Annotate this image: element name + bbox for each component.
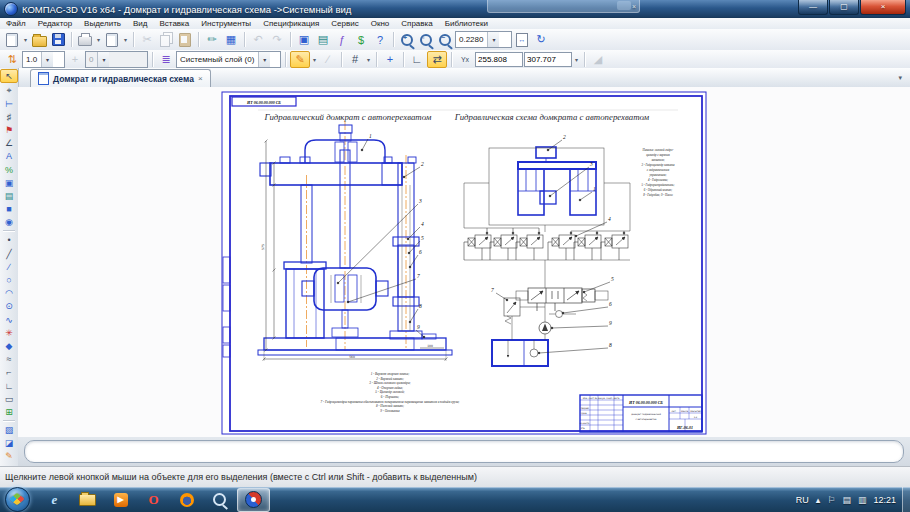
print-button[interactable] xyxy=(76,31,94,48)
new-document-button[interactable] xyxy=(3,31,21,48)
taskbar-kompas[interactable] xyxy=(237,488,270,512)
zoom-scale-caret[interactable]: ▾ xyxy=(487,32,499,47)
tolerance-button[interactable]: % xyxy=(1,164,17,176)
currency-button[interactable]: $ xyxy=(352,31,370,48)
aux-line-button[interactable]: ╱ xyxy=(1,248,17,260)
segment-tool-button[interactable]: ∕ xyxy=(1,261,17,273)
flag-designations-button[interactable]: ⚑ xyxy=(1,124,17,136)
layers-button[interactable]: ≣ xyxy=(157,52,175,67)
restore-button[interactable]: ▢ xyxy=(829,0,859,15)
circle-tool-button[interactable]: ○ xyxy=(1,274,17,286)
taskbar-firefox[interactable] xyxy=(171,489,202,511)
menu-service[interactable]: Сервис xyxy=(325,19,364,28)
tab-overflow-caret[interactable]: ▾ xyxy=(898,74,902,82)
angle-caret[interactable]: ▾ xyxy=(97,52,109,67)
menu-libraries[interactable]: Библиотеки xyxy=(439,19,494,28)
redo-button[interactable]: ↷ xyxy=(268,31,286,48)
rounding-button[interactable]: ◢ xyxy=(589,52,607,67)
menu-file[interactable]: Файл xyxy=(0,19,32,28)
coord-x-field[interactable]: 307.707 xyxy=(524,52,572,67)
copy-properties-button[interactable]: ✏ xyxy=(203,31,221,48)
pen-tool-button[interactable]: ✎ xyxy=(1,450,17,462)
snap-cursor-button[interactable]: ⌖ xyxy=(1,84,17,96)
taskbar-opera[interactable]: O xyxy=(138,489,169,511)
menu-specification[interactable]: Спецификация xyxy=(257,19,325,28)
drawing-canvas[interactable]: ИТ 06.00.00.000 СБ Гидравлический домкра… xyxy=(18,87,910,437)
removable-device-icon[interactable]: ▤ xyxy=(842,495,851,505)
save-button[interactable] xyxy=(49,31,67,48)
coord-y-field[interactable]: 255.808 xyxy=(475,52,523,67)
action-center-flag-icon[interactable]: ⚐ xyxy=(827,495,835,505)
undo-button[interactable]: ↶ xyxy=(249,31,267,48)
spline-tool-button[interactable]: ∿ xyxy=(1,314,17,326)
grid-button[interactable]: # xyxy=(346,52,364,67)
line-style-caret[interactable]: ▾ xyxy=(311,56,318,63)
insert-view-button[interactable]: ■ xyxy=(1,203,17,215)
paste-button[interactable] xyxy=(176,31,194,48)
variables-button[interactable]: ▣ xyxy=(295,31,313,48)
chamfer-tool-button[interactable]: ∟ xyxy=(1,380,17,392)
ortho-drawing-button[interactable]: ⇄ xyxy=(427,51,447,68)
menu-select[interactable]: Выделить xyxy=(78,19,127,28)
fill-tool-button[interactable]: ◪ xyxy=(1,437,17,449)
copy-button[interactable] xyxy=(157,31,175,48)
menu-help[interactable]: Справка xyxy=(395,19,438,28)
menu-window[interactable]: Окно xyxy=(365,19,396,28)
show-desktop-button[interactable] xyxy=(902,487,910,512)
current-step-button[interactable]: ⇅ xyxy=(3,52,21,67)
taskbar-search[interactable] xyxy=(204,489,235,511)
dimensions-button[interactable]: ⊢ xyxy=(1,98,17,110)
menu-editor[interactable]: Редактор xyxy=(32,19,78,28)
document-manager-button[interactable]: ▤ xyxy=(314,31,332,48)
star-tool-button[interactable]: ✳ xyxy=(1,327,17,339)
minimize-button[interactable]: — xyxy=(798,0,828,15)
polygon-tool-button[interactable]: ◆ xyxy=(1,340,17,352)
fillet-tool-button[interactable]: ⌐ xyxy=(1,366,17,378)
spreadsheet-button[interactable]: ▦ xyxy=(222,31,240,48)
text-tool-button[interactable]: A xyxy=(1,150,17,162)
view-tool-button[interactable]: ▣ xyxy=(1,177,17,189)
show-hidden-icons[interactable]: ▴ xyxy=(816,495,821,505)
step-caret[interactable]: ▾ xyxy=(41,52,53,67)
designations-button[interactable]: ♯ xyxy=(1,111,17,123)
layer-combo[interactable]: Системный слой (0) ▾ xyxy=(176,51,281,68)
grid-caret[interactable]: ▾ xyxy=(365,56,372,63)
what-is-this-button[interactable]: ? xyxy=(371,31,389,48)
half-ortho-button[interactable]: ∟ xyxy=(408,52,426,67)
coords-button[interactable]: Yx xyxy=(456,52,474,67)
tab-close-icon[interactable]: × xyxy=(198,74,203,83)
network-icon[interactable]: ▥ xyxy=(858,495,867,505)
cut-button[interactable]: ✂ xyxy=(138,31,156,48)
print-caret[interactable]: ▾ xyxy=(95,36,102,43)
taskbar-media-player[interactable]: ▶ xyxy=(105,489,136,511)
open-button[interactable] xyxy=(30,31,48,48)
point-tool-button[interactable]: • xyxy=(1,234,17,246)
arc-tool-button[interactable]: ◠ xyxy=(1,287,17,299)
clock[interactable]: 12:21 xyxy=(873,495,896,505)
circle-point-button[interactable]: ⊙ xyxy=(1,300,17,312)
menu-view[interactable]: Вид xyxy=(127,19,153,28)
local-cs-button[interactable]: + xyxy=(381,52,399,67)
taskbar-windows-explorer[interactable] xyxy=(72,489,103,511)
taskbar-internet-explorer[interactable]: e xyxy=(39,489,70,511)
curve-tool-button[interactable]: ≈ xyxy=(1,353,17,365)
start-button[interactable] xyxy=(5,487,30,512)
preview-button[interactable] xyxy=(103,31,121,48)
zoom-in-button[interactable]: + xyxy=(398,31,416,48)
hatch-tool-button[interactable]: ▨ xyxy=(1,424,17,436)
object-browser-button[interactable]: ◉ xyxy=(1,216,17,228)
rectangle-tool-button[interactable]: ▭ xyxy=(1,393,17,405)
collect-tool-button[interactable]: ⊞ xyxy=(1,406,17,418)
select-arrow-button[interactable]: ↖ xyxy=(0,69,18,83)
zoom-out-button[interactable]: − xyxy=(436,31,454,48)
menu-tools[interactable]: Инструменты xyxy=(195,19,257,28)
zoom-window-button[interactable]: ▫ xyxy=(417,31,435,48)
document-tab[interactable]: Домкрат и гидравлическая схема × xyxy=(30,69,211,87)
angle-measure-button[interactable]: ∠ xyxy=(1,137,17,149)
angle-combo[interactable]: 0 ▾ xyxy=(85,51,148,68)
coords-caret[interactable]: ▾ xyxy=(573,56,580,63)
zoom-scale-combo[interactable]: 0.2280 ▾ xyxy=(455,31,512,48)
preview-caret[interactable]: ▾ xyxy=(122,36,129,43)
refresh-image-button[interactable]: ↻ xyxy=(532,31,550,48)
menu-insert[interactable]: Вставка xyxy=(154,19,196,28)
